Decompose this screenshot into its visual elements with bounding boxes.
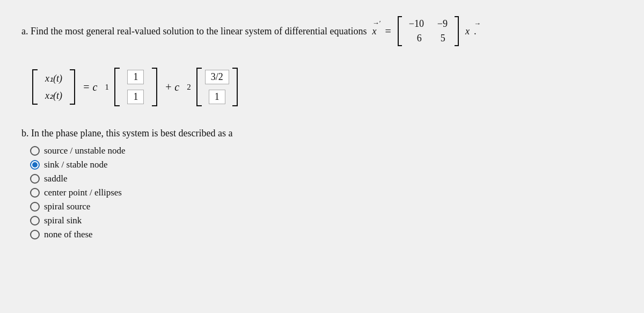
radio-label-2: sink / stable node [44, 159, 108, 170]
radio-option-2[interactable]: sink / stable node [30, 159, 623, 170]
matrix-r2c2: 5 [433, 33, 445, 44]
x-vec-label: x → . [465, 26, 477, 37]
v2-r2-input[interactable]: 1 [209, 90, 225, 104]
v1-bracket-left [114, 68, 120, 106]
bracket-right [455, 16, 459, 46]
matrix-a: −10 −9 6 5 [398, 16, 459, 46]
x2-label: x₂(t) [45, 90, 62, 101]
x1-label: x₁(t) [45, 72, 62, 84]
solution-lhs-vector: x₁(t) x₂(t) [32, 69, 75, 105]
bracket-left [398, 16, 402, 46]
radio-option-4[interactable]: center point / ellipses [30, 187, 623, 198]
radio-options-list: source / unstable nodesink / stable node… [30, 145, 623, 240]
radio-label-1: source / unstable node [44, 145, 126, 156]
v2-bracket-left [196, 68, 202, 106]
radio-option-3[interactable]: saddle [30, 173, 623, 184]
radio-label-6: spiral sink [44, 215, 82, 226]
radio-label-5: spiral source [44, 201, 90, 212]
radio-option-1[interactable]: source / unstable node [30, 145, 623, 156]
radio-option-6[interactable]: spiral sink [30, 215, 623, 226]
radio-circle-4[interactable] [30, 188, 40, 198]
sol-bracket-left [32, 69, 38, 105]
sol-bracket-right [70, 69, 75, 105]
v1-vector: 1 1 [114, 68, 157, 106]
radio-circle-1[interactable] [30, 146, 40, 156]
radio-circle-6[interactable] [30, 216, 40, 225]
solution-row: x₁(t) x₂(t) = c1 1 1 + c2 3/2 1 [32, 68, 623, 106]
solution-equals: = c [80, 81, 99, 93]
part-b-question: b. In the phase plane, this system is be… [21, 128, 623, 139]
radio-option-7[interactable]: none of these [30, 229, 623, 240]
matrix-r1c2: −9 [435, 18, 448, 30]
v2-r1-input[interactable]: 3/2 [205, 70, 229, 84]
radio-label-3: saddle [44, 173, 67, 184]
v2-vector: 3/2 1 [196, 68, 238, 106]
equals-rhs: = [385, 25, 391, 38]
v1-r1-input[interactable]: 1 [127, 70, 144, 84]
radio-label-7: none of these [44, 229, 93, 240]
part-b-section: b. In the phase plane, this system is be… [21, 128, 623, 240]
part-a-section: a. Find the most general real-valued sol… [21, 16, 623, 46]
x-arrow-prime: x →′ [372, 26, 377, 37]
radio-option-5[interactable]: spiral source [30, 201, 623, 212]
plus-c2: + c [165, 81, 179, 93]
radio-label-4: center point / ellipses [44, 187, 122, 198]
v1-bracket-right [152, 68, 157, 106]
radio-circle-7[interactable] [30, 230, 40, 239]
page-content: a. Find the most general real-valued sol… [21, 16, 623, 243]
matrix-r2c1: 6 [409, 33, 422, 44]
radio-circle-2[interactable] [30, 160, 40, 170]
radio-circle-3[interactable] [30, 174, 40, 184]
part-a-label: a. Find the most general real-valued sol… [21, 26, 367, 37]
v1-r2-input[interactable]: 1 [127, 90, 144, 104]
radio-circle-5[interactable] [30, 202, 40, 212]
v2-bracket-right [232, 68, 238, 106]
matrix-r1c1: −10 [409, 18, 424, 30]
